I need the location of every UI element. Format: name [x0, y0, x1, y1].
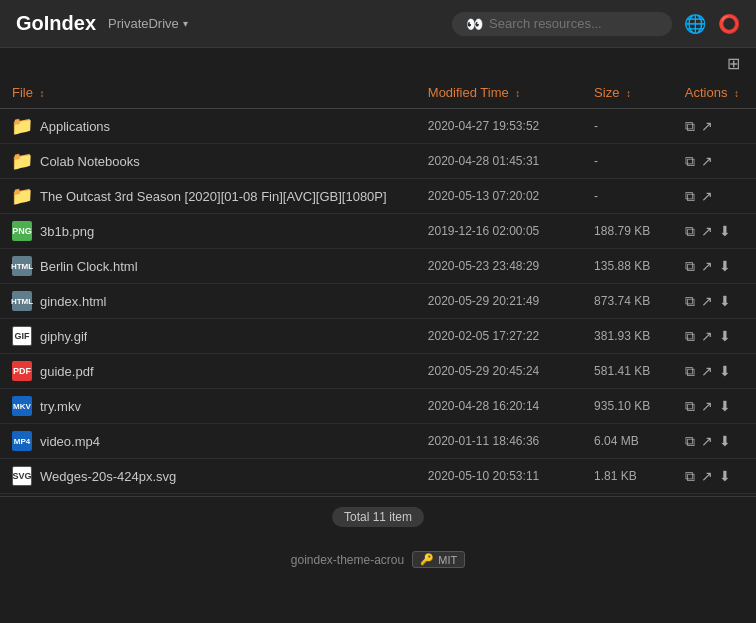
table-header: File ↕ Modified Time ↕ Size ↕ Actions ↕	[0, 77, 756, 109]
footer-total: Total 11 item	[0, 496, 756, 537]
copy-link-button[interactable]: ⧉	[685, 328, 695, 345]
open-new-tab-button[interactable]: ↗	[701, 293, 713, 309]
file-size: 135.88 KB	[582, 249, 673, 284]
table-row: HTMLBerlin Clock.html2020-05-23 23:48:29…	[0, 249, 756, 284]
app-logo: GoIndex	[16, 12, 96, 35]
copy-link-button[interactable]: ⧉	[685, 153, 695, 170]
download-button[interactable]: ⬇	[719, 258, 731, 274]
key-icon: 🔑	[420, 553, 434, 566]
open-new-tab-button[interactable]: ↗	[701, 468, 713, 484]
file-name-label[interactable]: video.mp4	[40, 434, 100, 449]
download-button[interactable]: ⬇	[719, 433, 731, 449]
copy-link-button[interactable]: ⧉	[685, 293, 695, 310]
copy-link-button[interactable]: ⧉	[685, 118, 695, 135]
download-button[interactable]: ⬇	[719, 293, 731, 309]
globe-icon[interactable]: 🌐	[684, 13, 706, 35]
file-size: 188.79 KB	[582, 214, 673, 249]
folder-icon: 📁	[12, 151, 32, 171]
open-new-tab-button[interactable]: ↗	[701, 328, 713, 344]
file-name-label[interactable]: The Outcast 3rd Season [2020][01-08 Fin]…	[40, 189, 387, 204]
search-icon: 👀	[466, 16, 483, 32]
file-size: 873.74 KB	[582, 284, 673, 319]
file-modified: 2020-05-29 20:21:49	[416, 284, 582, 319]
open-new-tab-button[interactable]: ↗	[701, 118, 713, 134]
pdf-icon: PDF	[12, 361, 32, 381]
search-input[interactable]	[489, 16, 649, 31]
file-name-label[interactable]: Colab Notebooks	[40, 154, 140, 169]
column-size[interactable]: Size ↕	[582, 77, 673, 109]
chevron-down-icon: ▾	[183, 18, 188, 29]
sort-actions-icon: ↕	[734, 88, 739, 99]
open-new-tab-button[interactable]: ↗	[701, 188, 713, 204]
copy-link-button[interactable]: ⧉	[685, 363, 695, 380]
file-modified: 2020-04-28 16:20:14	[416, 389, 582, 424]
file-name-label[interactable]: 3b1b.png	[40, 224, 94, 239]
table-row: MKVtry.mkv2020-04-28 16:20:14935.10 KB⧉↗…	[0, 389, 756, 424]
file-modified: 2020-04-28 01:45:31	[416, 144, 582, 179]
copy-link-button[interactable]: ⧉	[685, 398, 695, 415]
file-modified: 2020-05-23 23:48:29	[416, 249, 582, 284]
file-modified: 2020-05-13 07:20:02	[416, 179, 582, 214]
table-row: SVGWedges-20s-424px.svg2020-05-10 20:53:…	[0, 459, 756, 494]
file-modified: 2020-02-05 17:27:22	[416, 319, 582, 354]
copy-link-button[interactable]: ⧉	[685, 188, 695, 205]
svg-icon: SVG	[12, 466, 32, 486]
open-new-tab-button[interactable]: ↗	[701, 258, 713, 274]
download-button[interactable]: ⬇	[719, 223, 731, 239]
copy-link-button[interactable]: ⧉	[685, 258, 695, 275]
mkv-icon: MKV	[12, 396, 32, 416]
grid-view-icon[interactable]: ⊞	[727, 54, 740, 73]
column-file[interactable]: File ↕	[0, 77, 416, 109]
column-modified[interactable]: Modified Time ↕	[416, 77, 582, 109]
open-new-tab-button[interactable]: ↗	[701, 363, 713, 379]
file-size: 1.81 KB	[582, 459, 673, 494]
table-row: 📁Applications2020-04-27 19:53:52-⧉↗	[0, 109, 756, 144]
file-size: 935.10 KB	[582, 389, 673, 424]
file-table: File ↕ Modified Time ↕ Size ↕ Actions ↕ …	[0, 77, 756, 494]
download-button[interactable]: ⬇	[719, 398, 731, 414]
open-new-tab-button[interactable]: ↗	[701, 398, 713, 414]
file-name-label[interactable]: giphy.gif	[40, 329, 87, 344]
file-size: -	[582, 109, 673, 144]
file-name-label[interactable]: Applications	[40, 119, 110, 134]
file-name-label[interactable]: Wedges-20s-424px.svg	[40, 469, 176, 484]
folder-icon: 📁	[12, 116, 32, 136]
open-new-tab-button[interactable]: ↗	[701, 153, 713, 169]
mp4-icon: MP4	[12, 431, 32, 451]
table-row: 📁Colab Notebooks2020-04-28 01:45:31-⧉↗	[0, 144, 756, 179]
app-header: GoIndex PrivateDrive ▾ 👀 🌐 ⭕	[0, 0, 756, 48]
total-count-badge: Total 11 item	[332, 507, 424, 527]
html-icon: HTML	[12, 256, 32, 276]
column-actions[interactable]: Actions ↕	[673, 77, 756, 109]
theme-link[interactable]: goindex-theme-acrou	[291, 553, 404, 567]
mit-badge: 🔑 MIT	[412, 551, 465, 568]
file-name-label[interactable]: Berlin Clock.html	[40, 259, 138, 274]
table-row: PDFguide.pdf2020-05-29 20:45:24581.41 KB…	[0, 354, 756, 389]
download-button[interactable]: ⬇	[719, 328, 731, 344]
drive-selector[interactable]: PrivateDrive ▾	[108, 16, 188, 31]
file-name-label[interactable]: try.mkv	[40, 399, 81, 414]
file-name-label[interactable]: guide.pdf	[40, 364, 94, 379]
copy-link-button[interactable]: ⧉	[685, 433, 695, 450]
footer-links: goindex-theme-acrou 🔑 MIT	[0, 537, 756, 582]
copy-link-button[interactable]: ⧉	[685, 223, 695, 240]
sort-modified-icon: ↕	[515, 88, 520, 99]
drive-name: PrivateDrive	[108, 16, 179, 31]
file-size: 6.04 MB	[582, 424, 673, 459]
github-icon[interactable]: ⭕	[718, 13, 740, 35]
file-modified: 2020-05-29 20:45:24	[416, 354, 582, 389]
download-button[interactable]: ⬇	[719, 468, 731, 484]
file-name-label[interactable]: gindex.html	[40, 294, 106, 309]
file-size: -	[582, 144, 673, 179]
file-modified: 2020-05-10 20:53:11	[416, 459, 582, 494]
folder-icon: 📁	[12, 186, 32, 206]
copy-link-button[interactable]: ⧉	[685, 468, 695, 485]
file-modified: 2019-12-16 02:00:05	[416, 214, 582, 249]
table-row: HTMLgindex.html2020-05-29 20:21:49873.74…	[0, 284, 756, 319]
download-button[interactable]: ⬇	[719, 363, 731, 379]
table-row: GIFgiphy.gif2020-02-05 17:27:22381.93 KB…	[0, 319, 756, 354]
open-new-tab-button[interactable]: ↗	[701, 433, 713, 449]
open-new-tab-button[interactable]: ↗	[701, 223, 713, 239]
table-body: 📁Applications2020-04-27 19:53:52-⧉↗📁Cola…	[0, 109, 756, 494]
file-modified: 2020-01-11 18:46:36	[416, 424, 582, 459]
